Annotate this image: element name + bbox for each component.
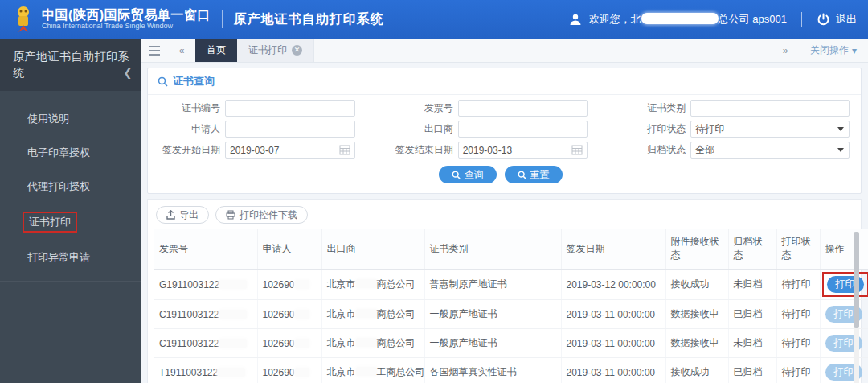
redaction-blob (219, 310, 247, 319)
results-panel: 导出 打印控件下载 发票号申请人出口商证书类别签发日期附件接收状态归档状态打印状… (147, 199, 862, 383)
cell-applicant: 102690 (257, 358, 321, 383)
table-header-row: 发票号申请人出口商证书类别签发日期附件接收状态归档状态打印状态操作 (154, 229, 868, 270)
sidebar-title: 原产地证书自助打印系统 ❮ (0, 39, 141, 91)
cell-action: 打印 (820, 270, 868, 300)
archive-status-select[interactable]: 全部 (690, 142, 850, 159)
user-icon (568, 12, 583, 27)
sidebar-item-0[interactable]: 使用说明 (0, 102, 141, 136)
exporter-input[interactable] (458, 121, 588, 138)
redaction-blob (218, 368, 245, 377)
sidebar: 原产地证书自助打印系统 ❮ 使用说明电子印章授权代理打印授权证书打印打印异常申请 (0, 39, 141, 383)
tab-certificate-print[interactable]: 证书打印 ✕ (237, 39, 314, 62)
redaction-blob (356, 309, 377, 318)
print-status-select[interactable]: 待打印 (690, 121, 850, 138)
column-header: 操作 (820, 229, 868, 270)
brand-title: 中国(陕西)国际贸易单一窗口 (42, 8, 211, 23)
export-icon (166, 210, 175, 220)
close-operations-dropdown[interactable]: 关闭操作 ▾ (799, 43, 868, 57)
table-row[interactable]: T1911003122 102690 北京市工商总公司 各国烟草真实性证书 20… (154, 358, 868, 383)
logout-button[interactable]: 退出 (817, 12, 857, 27)
cell-action: 打印 (820, 329, 868, 358)
calendar-icon[interactable] (339, 145, 350, 155)
cell-print-status: 待打印 (776, 358, 820, 383)
column-header: 发票号 (154, 229, 257, 270)
column-header: 签发日期 (561, 229, 665, 270)
cell-issue-date: 2019-03-11 00:00:00 (561, 329, 665, 358)
logout-label: 退出 (836, 12, 857, 27)
start-date-input[interactable]: 2019-03-07 (225, 142, 355, 159)
cell-archive-status: 未归档 (728, 329, 776, 358)
column-header: 归档状态 (728, 229, 776, 270)
query-form: 证书编号 发票号 证书类别 申请人 出口商 打印状态 待打 (148, 95, 861, 193)
reset-button[interactable]: 重置 (505, 166, 563, 183)
redaction-blob (219, 339, 247, 348)
cell-attach-status: 接收成功 (665, 270, 728, 300)
column-header: 附件接收状态 (665, 229, 728, 270)
sidebar-item-2[interactable]: 代理打印授权 (0, 170, 141, 204)
tab-strip: « 首页 证书打印 ✕ » 关闭操作 ▾ (141, 39, 868, 63)
export-button[interactable]: 导出 (156, 206, 209, 224)
sidebar-item-4[interactable]: 打印异常申请 (0, 241, 141, 274)
cell-issue-date: 2019-03-12 00:00:00 (561, 270, 665, 300)
cell-attach-status: 数据接收中 (665, 300, 728, 329)
cell-cert-type: 一般原产地证书 (424, 329, 561, 358)
menu-toggle-icon[interactable] (141, 39, 168, 62)
vertical-scrollbar[interactable] (854, 232, 859, 383)
cell-attach-status: 数据接收中 (665, 329, 728, 358)
cell-archive-status: 未归档 (728, 270, 776, 300)
cell-attach-status: 接收成功 (665, 358, 728, 383)
search-icon (452, 171, 461, 179)
redaction-blob (356, 338, 377, 347)
sidebar-item-3[interactable]: 证书打印 (0, 204, 141, 241)
cell-invoice-no: T1911003122 (154, 358, 257, 383)
brand-logo-icon (11, 6, 35, 33)
sidebar-menu: 使用说明电子印章授权代理打印授权证书打印打印异常申请 (0, 91, 141, 274)
tab-home[interactable]: 首页 (195, 39, 237, 62)
redaction-blob (295, 368, 309, 377)
printer-icon (226, 210, 235, 220)
brand-subtitle: China International Trade Single Window (42, 23, 211, 31)
tab-close-icon[interactable]: ✕ (292, 45, 302, 56)
scroll-tabs-left-icon[interactable]: « (168, 39, 195, 62)
redaction-blob (356, 279, 377, 288)
scrollbar-thumb[interactable] (854, 232, 859, 328)
redaction-blob (219, 280, 247, 289)
cell-action: 打印 (820, 300, 868, 329)
table-row[interactable]: C1911003122 102690 北京市商总公司 一般原产地证书 2019-… (154, 329, 868, 358)
column-header: 证书类别 (424, 229, 561, 270)
query-panel: 证书查询 证书编号 发票号 证书类别 申请人 出口商 (147, 68, 862, 194)
calendar-icon[interactable] (571, 145, 583, 155)
cert-no-input[interactable] (225, 100, 355, 117)
search-button[interactable]: 查询 (439, 166, 497, 183)
table-row[interactable]: G1911003122 102690 北京市商总公司 普惠制原产地证书 2019… (154, 270, 868, 300)
sidebar-item-1[interactable]: 电子印章授权 (0, 136, 141, 170)
print-control-download-button[interactable]: 打印控件下载 (215, 206, 308, 224)
cell-cert-type: 一般原产地证书 (424, 300, 561, 329)
table-body: G1911003122 102690 北京市商总公司 普惠制原产地证书 2019… (154, 270, 868, 383)
scroll-tabs-right-icon[interactable]: » (772, 45, 799, 56)
cell-archive-status: 已归档 (728, 358, 776, 383)
table-row[interactable]: C1911003122 102690 北京市商总公司 一般原产地证书 2019-… (154, 300, 868, 329)
redaction-blob (295, 339, 309, 348)
cell-cert-type: 普惠制原产地证书 (424, 270, 561, 300)
cell-exporter: 北京市商总公司 (321, 329, 424, 358)
sidebar-collapse-icon[interactable]: ❮ (124, 66, 133, 81)
select-caret-icon (837, 148, 844, 152)
cell-print-status: 待打印 (776, 329, 820, 358)
invoice-no-input[interactable] (458, 100, 588, 117)
cell-exporter: 北京市工商总公司 (321, 358, 424, 383)
redaction-blob (295, 280, 309, 289)
cell-print-status: 待打印 (776, 300, 820, 329)
applicant-input[interactable] (225, 121, 355, 138)
cell-applicant: 102690 (257, 270, 321, 300)
end-date-input[interactable]: 2019-03-13 (458, 142, 588, 159)
cert-type-input[interactable] (690, 100, 850, 117)
chevron-down-icon: ▾ (852, 45, 857, 56)
cell-issue-date: 2019-03-11 00:00:00 (561, 300, 665, 329)
search-icon (518, 171, 526, 179)
query-panel-title: 证书查询 (173, 74, 215, 89)
search-icon (158, 76, 168, 87)
column-header: 申请人 (257, 229, 321, 270)
cell-invoice-no: G1911003122 (154, 270, 257, 300)
column-header: 打印状态 (776, 229, 820, 270)
